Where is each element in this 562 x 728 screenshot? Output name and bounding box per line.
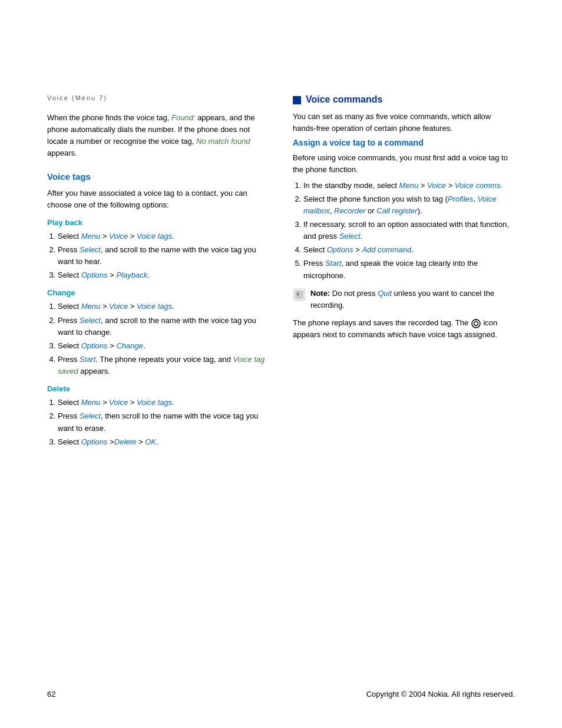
voice-tags-heading: Voice tags bbox=[47, 172, 269, 182]
after-note-text: The phone replays and saves the recorded… bbox=[293, 317, 515, 341]
list-item: Select the phone function you wish to ta… bbox=[303, 193, 515, 217]
delete-heading: Delete bbox=[47, 384, 269, 393]
list-item: Press Select, and scroll to the name wit… bbox=[58, 244, 269, 268]
playback-heading: Play back bbox=[47, 218, 269, 227]
note-icon bbox=[293, 288, 306, 301]
list-item: Select Menu > Voice > Voice tags. bbox=[58, 230, 269, 242]
playback-steps: Select Menu > Voice > Voice tags. Press … bbox=[47, 230, 269, 282]
copyright-text: Copyright © 2004 Nokia. All rights reser… bbox=[366, 690, 515, 699]
blue-square-icon bbox=[293, 96, 301, 104]
svg-rect-0 bbox=[295, 291, 303, 299]
list-item: Press Select, then scroll to the name wi… bbox=[58, 410, 269, 434]
change-steps: Select Menu > Voice > Voice tags. Press … bbox=[47, 301, 269, 377]
svg-rect-1 bbox=[297, 294, 299, 295]
list-item: Press Start, and speak the voice tag cle… bbox=[303, 258, 515, 281]
intro-paragraph: When the phone finds the voice tag, Foun… bbox=[47, 112, 269, 160]
page: Voice (Menu 7) When the phone finds the … bbox=[0, 0, 562, 728]
page-label: Voice (Menu 7) bbox=[47, 94, 269, 101]
delete-steps: Select Menu > Voice > Voice tags. Press … bbox=[47, 397, 269, 448]
note-text: Note: Do not press Quit unless you want … bbox=[310, 288, 515, 311]
list-item: In the standby mode, select Menu > Voice… bbox=[303, 180, 515, 192]
assign-steps: In the standby mode, select Menu > Voice… bbox=[293, 180, 515, 282]
no-match-text: No match found bbox=[196, 137, 250, 146]
list-item: Select Menu > Voice > Voice tags. bbox=[58, 397, 269, 409]
list-item: Select Menu > Voice > Voice tags. bbox=[58, 301, 269, 312]
list-item: Press Select, and scroll to the name wit… bbox=[58, 315, 269, 338]
page-number: 62 bbox=[47, 690, 55, 699]
list-item: Press Start. The phone repeats your voic… bbox=[58, 354, 269, 377]
right-column: Voice commands You can set as many as fi… bbox=[293, 94, 515, 453]
list-item: Select Options > Change. bbox=[58, 340, 269, 352]
footer: 62 Copyright © 2004 Nokia. All rights re… bbox=[47, 690, 515, 699]
list-item: Select Options >Delete > OK. bbox=[58, 436, 269, 448]
voice-commands-heading: Voice commands bbox=[293, 94, 515, 105]
list-item: If necessary, scroll to an option associ… bbox=[303, 219, 515, 242]
assign-heading: Assign a voice tag to a command bbox=[293, 138, 515, 147]
list-item: Select Options > Playback. bbox=[58, 269, 269, 281]
svg-point-3 bbox=[472, 319, 480, 328]
svg-point-4 bbox=[474, 321, 478, 325]
found-text: Found: bbox=[171, 113, 195, 122]
left-column: Voice (Menu 7) When the phone finds the … bbox=[47, 94, 269, 453]
voice-commands-intro: You can set as many as five voice comman… bbox=[293, 111, 515, 134]
assign-intro: Before using voice commands, you must fi… bbox=[293, 152, 515, 176]
voice-tag-icon bbox=[471, 318, 481, 329]
list-item: Select Options > Add command. bbox=[303, 244, 515, 256]
svg-rect-2 bbox=[297, 292, 299, 293]
change-heading: Change bbox=[47, 288, 269, 297]
note-box: Note: Do not press Quit unless you want … bbox=[293, 288, 515, 311]
voice-tags-intro: After you have associated a voice tag to… bbox=[47, 187, 269, 211]
